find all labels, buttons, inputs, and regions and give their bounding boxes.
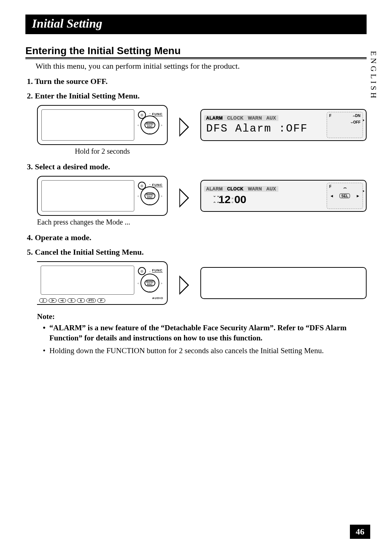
- step-5-title: Cancel the Initial Setting Menu.: [27, 247, 367, 257]
- lcd-display-step3: ALARM CLOCK WARN AUX ⌄⌄⌄ ⌃⌃⌃ 12:00: [200, 180, 367, 212]
- lcd-side-panel: F ⌢DN ⌣OFF: [327, 112, 363, 138]
- caption-hold: Hold for 2 seconds: [37, 147, 168, 156]
- tab-aux: AUX: [264, 115, 278, 121]
- audio-label: AUDIO: [152, 296, 163, 300]
- tab-aux: AUX: [264, 186, 278, 192]
- tab-clock: CLOCK: [225, 115, 246, 121]
- lcd-tabs: ALARM CLOCK WARN AUX: [204, 186, 324, 192]
- lcd-display-blank: [200, 267, 367, 299]
- dpad-icon: ˆ ˇ ‹ › BANDESC: [139, 114, 161, 136]
- device-illustration-step2: ◎ FUNC ˆ ˇ ‹ › BANDESC: [37, 105, 168, 145]
- tab-warn: WARN: [246, 186, 264, 192]
- chapter-title: Initial Setting: [25, 15, 367, 34]
- device-illustration-step5: 2 3• •4 5 6 PTI P ◎ FUNC ˆ: [37, 261, 168, 305]
- step-2-title: Enter the Initial Setting Menu.: [27, 91, 367, 101]
- language-tab: ENGLISH: [369, 51, 378, 100]
- dpad-icon: ˆ ˇ ‹ › BANDESC: [139, 272, 161, 294]
- note-item-2: Holding down the FUNCTION button for 2 s…: [43, 346, 367, 356]
- lcd-display-step2: ALARM CLOCK WARN AUX DFS Alarm :OFF F ⌢D…: [200, 109, 367, 141]
- lcd-tabs: ALARM CLOCK WARN AUX: [204, 115, 324, 121]
- step-4-title: Operate a mode.: [27, 233, 367, 242]
- tab-alarm: ALARM: [204, 186, 225, 192]
- step-1-title: Turn the source OFF.: [27, 77, 367, 86]
- preset-buttons: 2 3• •4 5 6 PTI P: [39, 298, 134, 303]
- arrow-icon: ▷: [179, 112, 189, 138]
- lcd-side-panel: F ⌢ ◂ SEL ▸: [327, 183, 363, 209]
- tab-warn: WARN: [246, 115, 264, 121]
- arrow-icon: ▷: [179, 270, 189, 296]
- device-illustration-step3: ◎ FUNC ˆ ˇ ‹ › BANDESC: [37, 176, 168, 216]
- intro-text: With this menu, you can perform initial …: [36, 61, 367, 71]
- lcd-clock-text: ⌄⌄⌄ ⌃⌃⌃ 12:00: [204, 193, 324, 206]
- section-heading: Entering the Initial Setting Menu: [25, 45, 367, 58]
- tab-alarm: ALARM: [204, 115, 225, 121]
- step-3-title: Select a desired mode.: [27, 162, 367, 171]
- caption-each-press: Each press changes the Mode ...: [37, 218, 168, 226]
- lcd-main-text: DFS Alarm :OFF: [204, 122, 324, 135]
- note-item-1: “ALARM” is a new feature of the “Detacha…: [43, 323, 367, 343]
- note-title: Note:: [37, 312, 367, 321]
- tab-clock: CLOCK: [225, 186, 246, 192]
- arrow-icon: ▷: [179, 183, 189, 209]
- page-number: 46: [350, 525, 370, 539]
- dpad-icon: ˆ ˇ ‹ › BANDESC: [139, 185, 161, 207]
